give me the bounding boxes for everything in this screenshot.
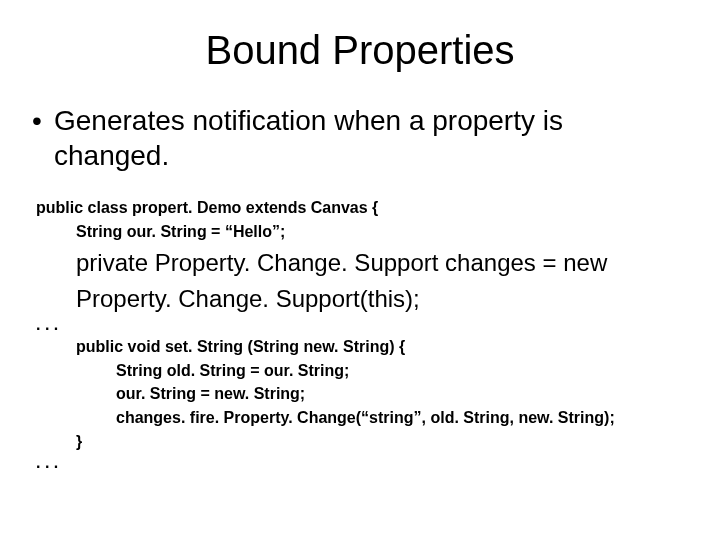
bullet-text: Generates notification when a property i…	[36, 103, 684, 173]
slide: Bound Properties Generates notification …	[0, 0, 720, 494]
code-private-line2: Property. Change. Support(this);	[76, 284, 684, 314]
code-ellipsis-2: . . .	[36, 454, 684, 472]
slide-title: Bound Properties	[36, 28, 684, 73]
code-close-brace: }	[36, 431, 684, 453]
code-ellipsis-1: . . .	[36, 316, 684, 334]
code-setter-decl: public void set. String (String new. Str…	[36, 336, 684, 358]
code-new-assign: our. String = new. String;	[36, 383, 684, 405]
code-old-assign: String old. String = our. String;	[36, 360, 684, 382]
code-fire: changes. fire. Property. Change(“string”…	[36, 407, 684, 429]
code-private-line1: private Property. Change. Support change…	[76, 248, 684, 278]
code-class-decl: public class propert. Demo extends Canva…	[36, 197, 684, 219]
code-string-decl: String our. String = “Hello”;	[36, 221, 684, 243]
